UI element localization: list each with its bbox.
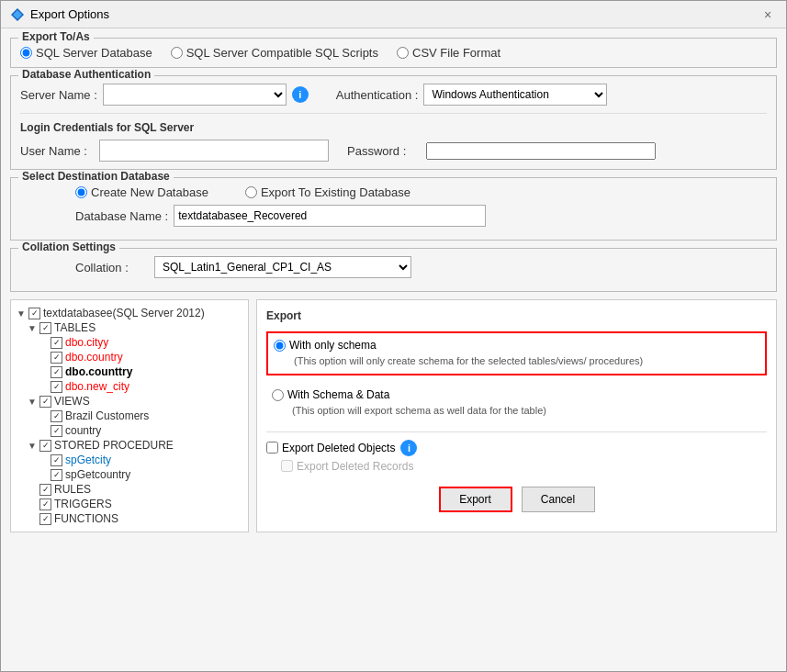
triggers-expand xyxy=(28,499,37,510)
sql-scripts-radio[interactable] xyxy=(171,47,183,59)
credentials-row: User Name : Password : xyxy=(20,140,767,162)
sql-server-db-label: SQL Server Database xyxy=(36,46,152,60)
password-input[interactable] xyxy=(426,142,656,160)
tables-checkbox[interactable]: ✓ xyxy=(39,322,51,334)
functions-item[interactable]: ✓ FUNCTIONS xyxy=(28,511,242,526)
dbo-cityy-expand xyxy=(39,338,48,348)
root-label: textdatabasee(SQL Server 2012) xyxy=(43,307,205,319)
server-name-group: Server Name : i xyxy=(20,84,309,106)
sql-server-db-option[interactable]: SQL Server Database xyxy=(20,46,152,60)
stored-proc-item[interactable]: ▼ ✓ STORED PROCEDURE xyxy=(28,438,242,453)
export-existing-radio[interactable] xyxy=(245,186,257,198)
triggers-label: TRIGGERS xyxy=(54,498,112,510)
export-button[interactable]: Export xyxy=(439,487,512,512)
username-input[interactable] xyxy=(99,140,329,162)
button-row: Export Cancel xyxy=(266,487,767,512)
dbo-cityy-checkbox[interactable]: ✓ xyxy=(51,337,62,349)
sql-scripts-option[interactable]: SQL Server Compatible SQL Scripts xyxy=(171,46,378,60)
rules-checkbox[interactable]: ✓ xyxy=(39,484,51,496)
db-name-input[interactable] xyxy=(174,205,486,227)
sp-getcity-item[interactable]: ✓ spGetcity xyxy=(39,453,242,467)
dbo-country-checkbox[interactable]: ✓ xyxy=(51,352,62,364)
triggers-item[interactable]: ✓ TRIGGERS xyxy=(28,497,242,511)
csv-format-radio[interactable] xyxy=(397,47,409,59)
rules-expand xyxy=(28,485,37,495)
csv-format-option[interactable]: CSV File Format xyxy=(397,46,500,60)
rules-label: RULES xyxy=(54,483,91,496)
credentials-section: Login Credentials for SQL Server User Na… xyxy=(20,113,767,162)
export-to-as-section: Export To/As SQL Server Database SQL Ser… xyxy=(10,38,777,68)
views-item[interactable]: ▼ ✓ VIEWS xyxy=(28,394,242,409)
db-auth-section: Database Authentication Server Name : i … xyxy=(10,75,777,170)
brazil-checkbox[interactable]: ✓ xyxy=(51,410,62,422)
deleted-objects-info-icon[interactable]: i xyxy=(400,440,417,456)
auth-select[interactable]: Windows Authentication SQL Server Authen… xyxy=(423,84,607,106)
export-panel: Export With only schema (This option wil… xyxy=(256,299,777,532)
dbo-counttry-checkbox[interactable]: ✓ xyxy=(51,366,62,378)
views-checkbox[interactable]: ✓ xyxy=(39,396,51,408)
password-label: Password : xyxy=(347,144,421,158)
functions-checkbox[interactable]: ✓ xyxy=(39,513,51,525)
export-deleted-records-label-wrap[interactable]: Export Deleted Records xyxy=(281,460,413,473)
export-deleted-objects-row: Export Deleted Objects i xyxy=(266,440,767,456)
export-panel-title: Export xyxy=(266,309,767,322)
server-info-icon[interactable]: i xyxy=(292,86,309,103)
tree-root[interactable]: ▼ ✓ textdatabasee(SQL Server 2012) xyxy=(17,306,242,320)
server-name-select[interactable] xyxy=(103,84,287,106)
schema-only-label-wrap[interactable]: With only schema xyxy=(274,339,759,352)
db-name-row: Database Name : xyxy=(20,205,767,227)
dbo-cityy-label: dbo.cityy xyxy=(65,336,108,349)
db-auth-legend: Database Authentication xyxy=(18,68,154,81)
dbo-counttry-item[interactable]: ✓ dbo.counttry xyxy=(39,364,242,379)
brazil-label: Brazil Customers xyxy=(65,409,149,422)
views-expand-icon: ▼ xyxy=(28,397,37,407)
tables-item[interactable]: ▼ ✓ TABLES xyxy=(28,320,242,335)
export-deleted-objects-label-wrap[interactable]: Export Deleted Objects xyxy=(266,442,395,454)
sp-getcountry-item[interactable]: ✓ spGetcountry xyxy=(39,467,242,482)
views-label: VIEWS xyxy=(54,395,90,408)
functions-expand xyxy=(28,514,37,524)
cancel-button[interactable]: Cancel xyxy=(522,487,595,512)
dbo-new-city-item[interactable]: ✓ dbo.new_city xyxy=(39,379,242,394)
collation-legend: Collation Settings xyxy=(18,241,119,253)
schema-data-label-wrap[interactable]: With Schema & Data xyxy=(272,388,761,401)
brazil-customers-item[interactable]: ✓ Brazil Customers xyxy=(39,409,242,423)
create-new-db-radio[interactable] xyxy=(75,186,87,198)
schema-only-radio[interactable] xyxy=(274,340,286,352)
export-deleted-objects-checkbox[interactable] xyxy=(266,442,278,454)
destination-radio-row: Create New Database Export To Existing D… xyxy=(20,185,767,199)
rules-item[interactable]: ✓ RULES xyxy=(28,482,242,497)
dbo-country-item[interactable]: ✓ dbo.country xyxy=(39,350,242,364)
export-existing-option[interactable]: Export To Existing Database xyxy=(245,185,410,199)
view-country-item[interactable]: ✓ country xyxy=(39,423,242,438)
title-bar-left: Export Options xyxy=(10,7,109,22)
view-country-checkbox[interactable]: ✓ xyxy=(51,425,62,437)
schema-data-radio[interactable] xyxy=(272,389,284,401)
dbo-new-city-expand xyxy=(39,382,48,392)
create-new-db-option[interactable]: Create New Database xyxy=(75,185,208,199)
sp-getcity-checkbox[interactable]: ✓ xyxy=(51,454,62,466)
export-deleted-records-label: Export Deleted Records xyxy=(297,460,413,473)
stored-proc-checkbox[interactable]: ✓ xyxy=(39,440,51,452)
export-deleted-objects-label: Export Deleted Objects xyxy=(282,442,395,454)
close-button[interactable]: × xyxy=(759,6,777,24)
collation-select[interactable]: SQL_Latin1_General_CP1_CI_AS Latin1_Gene… xyxy=(154,256,411,278)
sp-getcountry-checkbox[interactable]: ✓ xyxy=(51,469,62,481)
username-field-group: User Name : xyxy=(20,140,329,162)
dbo-counttry-label: dbo.counttry xyxy=(65,365,132,378)
schema-only-desc: (This option will only create schema for… xyxy=(294,354,759,368)
sp-getcountry-expand xyxy=(39,470,48,480)
sql-server-db-radio[interactable] xyxy=(20,47,32,59)
schema-data-label: With Schema & Data xyxy=(287,388,389,401)
dbo-cityy-item[interactable]: ✓ dbo.cityy xyxy=(39,335,242,350)
username-label: User Name : xyxy=(20,144,94,158)
triggers-checkbox[interactable]: ✓ xyxy=(39,498,51,510)
collation-label: Collation : xyxy=(75,261,149,274)
dbo-new-city-checkbox[interactable]: ✓ xyxy=(51,381,62,393)
credentials-label: Login Credentials for SQL Server xyxy=(20,121,767,134)
auth-group: Authentication : Windows Authentication … xyxy=(336,84,608,106)
root-checkbox[interactable]: ✓ xyxy=(28,308,40,319)
dbo-new-city-label: dbo.new_city xyxy=(65,380,129,393)
export-deleted-records-checkbox[interactable] xyxy=(281,460,293,472)
app-icon xyxy=(10,7,25,22)
